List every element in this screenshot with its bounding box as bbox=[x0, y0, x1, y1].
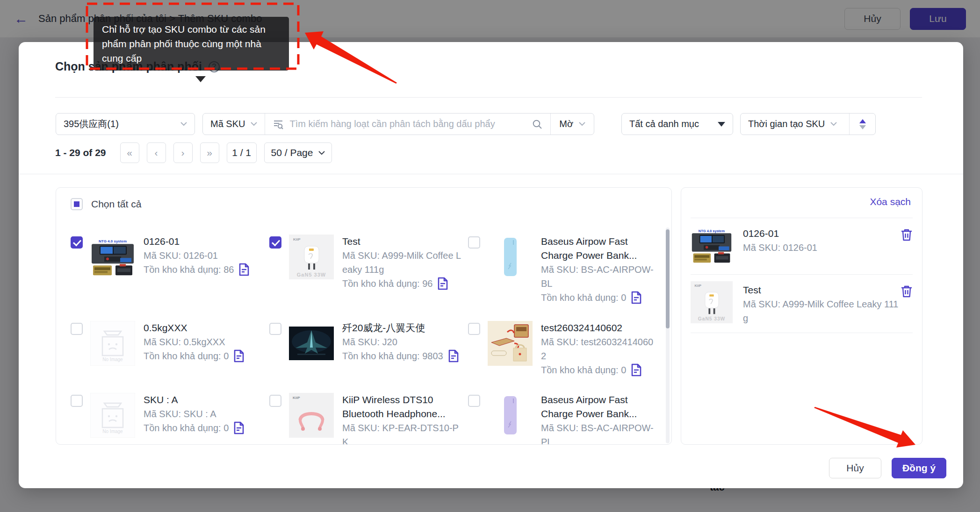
product-image: KiiP bbox=[289, 393, 334, 438]
search-field-dropdown[interactable]: Mã SKU bbox=[203, 114, 265, 135]
prev-page-button[interactable]: ‹ bbox=[147, 142, 166, 163]
product-checkbox[interactable] bbox=[269, 395, 281, 407]
product-stock: Tồn kho khả dụng: 0 bbox=[144, 349, 263, 363]
sort-direction-toggle[interactable] bbox=[849, 114, 875, 135]
caret-down-icon bbox=[718, 122, 725, 127]
product-title: Baseus Airpow Fast Charge Power Bank... bbox=[541, 235, 658, 263]
selected-item-sku: Mã SKU: 0126-01 bbox=[743, 241, 901, 255]
product-checkbox[interactable] bbox=[269, 323, 281, 335]
modal-confirm-button[interactable]: Đồng ý bbox=[892, 458, 946, 478]
tooltip-text: Chỉ hỗ trợ tạo SKU combo từ các sản phẩm… bbox=[94, 17, 289, 71]
clear-all-link[interactable]: Xóa sạch bbox=[870, 196, 911, 207]
product-image bbox=[488, 321, 533, 366]
product-sku: Mã SKU: KP-EAR-DTS10-PK bbox=[342, 421, 461, 445]
modal-cancel-button[interactable]: Hủy bbox=[829, 458, 881, 478]
product-image bbox=[488, 235, 533, 279]
category-dropdown[interactable]: Tất cả danh mục bbox=[621, 113, 733, 135]
product-title: test260324140602 bbox=[541, 321, 658, 335]
search-field-value: Mã SKU bbox=[210, 119, 245, 129]
product-stock: Tồn kho khả dụng: 86 bbox=[144, 263, 263, 277]
product-grid: NTG 4.0 system 0126-01Mã SKU: 0126-01Tồn… bbox=[71, 235, 665, 445]
inventory-doc-icon[interactable] bbox=[437, 277, 448, 290]
svg-text:NTG 4.0 system: NTG 4.0 system bbox=[99, 239, 127, 243]
scrollbar-thumb[interactable] bbox=[666, 229, 670, 328]
sort-asc-icon bbox=[859, 119, 866, 123]
product-card: KiiP GaN5 33W TestMã SKU: A999-Milk Coff… bbox=[269, 235, 468, 321]
search-icon[interactable] bbox=[532, 119, 543, 130]
product-sku: Mã SKU: A999-Milk Coffee Leaky 111g bbox=[342, 249, 461, 277]
batch-search-icon bbox=[273, 119, 284, 130]
selected-item-title: Test bbox=[743, 283, 901, 297]
trash-icon[interactable] bbox=[901, 285, 913, 298]
product-image: KiiP GaN5 33W bbox=[289, 235, 334, 279]
product-checkbox[interactable] bbox=[71, 323, 83, 335]
product-sku: Mã SKU: BS-AC-AIRPOW-BL bbox=[541, 263, 658, 291]
svg-text:KiiP: KiiP bbox=[694, 284, 701, 288]
inventory-doc-icon[interactable] bbox=[448, 349, 459, 363]
product-card: test260324140602Mã SKU: test260324140602… bbox=[468, 321, 665, 393]
page-size-value: 50 / Page bbox=[271, 147, 313, 158]
inventory-doc-icon[interactable] bbox=[233, 421, 245, 434]
inventory-doc-icon[interactable] bbox=[233, 349, 245, 363]
scrollbar-track[interactable] bbox=[666, 228, 670, 443]
supplier-dropdown-value: 395供应商(1) bbox=[64, 118, 119, 130]
select-all-label: Chọn tất cả bbox=[91, 199, 141, 210]
category-dropdown-value: Tất cả danh mục bbox=[629, 119, 699, 129]
svg-text:KiiP: KiiP bbox=[293, 396, 300, 400]
product-title: 0.5kgXXX bbox=[144, 321, 263, 335]
selected-items-panel: Xóa sạch NTG 4.0 system 0126-01Mã SKU: 0… bbox=[681, 187, 922, 445]
product-card: NTG 4.0 system 0126-01Mã SKU: 0126-01Tồn… bbox=[71, 235, 269, 321]
page-indicator: 1 / 1 bbox=[227, 142, 257, 163]
product-checkbox[interactable] bbox=[71, 395, 83, 407]
next-page-button[interactable]: › bbox=[173, 142, 193, 163]
modal-footer: Hủy Đồng ý bbox=[19, 458, 946, 478]
chevron-down-icon bbox=[830, 122, 837, 126]
inventory-doc-icon[interactable] bbox=[631, 291, 642, 304]
product-stock: Tồn kho khả dụng: 9803 bbox=[342, 349, 461, 363]
search-mode-dropdown[interactable]: Mờ bbox=[550, 114, 594, 135]
inventory-doc-icon[interactable] bbox=[631, 363, 642, 377]
trash-icon[interactable] bbox=[901, 228, 913, 242]
tooltip-caret bbox=[195, 76, 206, 82]
inventory-doc-icon[interactable] bbox=[238, 263, 250, 276]
product-card: Baseus Airpow Fast Charge Power Bank...M… bbox=[468, 235, 665, 321]
search-mode-value: Mờ bbox=[559, 119, 573, 129]
last-page-button[interactable]: » bbox=[200, 142, 219, 163]
product-title: Baseus Airpow Fast Charge Power Bank... bbox=[541, 393, 658, 421]
product-image bbox=[289, 321, 334, 366]
product-card: No Image SKU : AMã SKU: SKU : ATồn kho k… bbox=[71, 393, 269, 445]
selected-item: NTG 4.0 system 0126-01Mã SKU: 0126-01 bbox=[691, 218, 913, 274]
product-checkbox[interactable] bbox=[468, 236, 480, 249]
product-stock: Tồn kho khả dụng: 0 bbox=[144, 421, 263, 435]
product-sku: Mã SKU: 0.5kgXXX bbox=[144, 335, 263, 349]
product-checkbox[interactable] bbox=[468, 323, 480, 335]
selected-item-title: 0126-01 bbox=[743, 227, 901, 241]
sku-search-group: Mã SKU Tìm kiếm hàng loạt cần phân tách … bbox=[202, 113, 594, 135]
title-divider bbox=[55, 97, 922, 98]
select-all-row: Chọn tất cả bbox=[71, 198, 141, 210]
product-stock: Tồn kho khả dụng: 0 bbox=[541, 291, 658, 305]
product-sku: Mã SKU: 0126-01 bbox=[144, 249, 263, 263]
selected-items-list: NTG 4.0 system 0126-01Mã SKU: 0126-01 Ki… bbox=[691, 218, 913, 333]
sort-dropdown[interactable]: Thời gian tạo SKU bbox=[740, 113, 876, 135]
chevron-down-icon bbox=[180, 122, 187, 126]
product-checkbox[interactable] bbox=[468, 395, 480, 407]
product-card: No Image 0.5kgXXXMã SKU: 0.5kgXXXTồn kho… bbox=[71, 321, 269, 393]
product-image: KiiP GaN5 33W bbox=[691, 281, 733, 323]
product-sku: Mã SKU: BS-AC-AIRPOW-PL bbox=[541, 421, 658, 445]
product-sku: Mã SKU: J20 bbox=[342, 335, 461, 349]
product-card: 歼20威龙-八翼天使Mã SKU: J20Tồn kho khả dụng: 9… bbox=[269, 321, 468, 393]
supplier-dropdown[interactable]: 395供应商(1) bbox=[56, 113, 195, 135]
selected-item: KiiP GaN5 33W TestMã SKU: A999-Milk Coff… bbox=[691, 274, 913, 333]
product-checkbox[interactable] bbox=[269, 236, 281, 249]
first-page-button[interactable]: « bbox=[120, 142, 139, 163]
search-input[interactable]: Tìm kiếm hàng loạt cần phân tách bằng dấ… bbox=[265, 114, 550, 135]
svg-text:GaN5 33W: GaN5 33W bbox=[297, 272, 326, 277]
page-size-select[interactable]: 50 / Page bbox=[264, 142, 332, 163]
select-all-checkbox[interactable] bbox=[71, 198, 83, 210]
pagination-divider bbox=[19, 174, 963, 174]
pagination: 1 - 29 of 29 « ‹ › » 1 / 1 50 / Page bbox=[55, 142, 332, 163]
product-checkbox[interactable] bbox=[71, 236, 83, 249]
product-image: NTG 4.0 system bbox=[691, 225, 733, 267]
product-image: No Image bbox=[90, 321, 135, 366]
